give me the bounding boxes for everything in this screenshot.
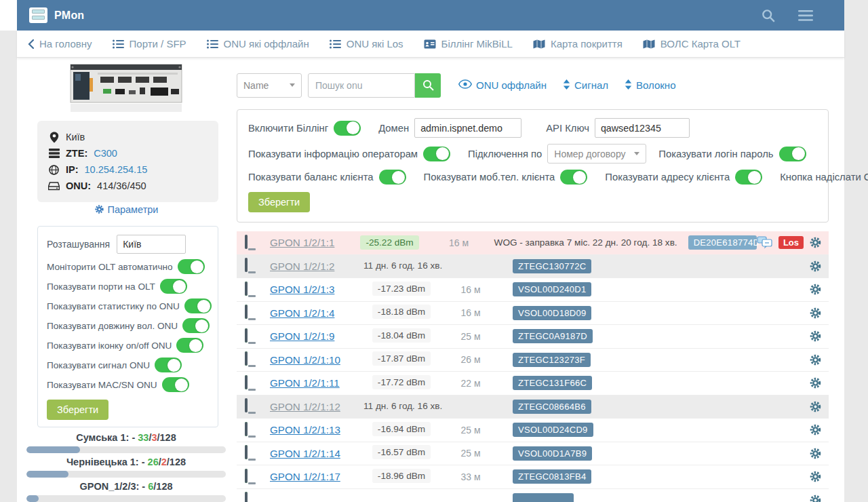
nav-item[interactable]: ONU які Los: [330, 38, 403, 50]
params-link[interactable]: Параметри: [17, 204, 235, 215]
onu-signal: -17.72 dBm: [363, 376, 439, 389]
onu-offline-duration: 11 дн. 6 год. 16 хв.: [363, 399, 502, 414]
row-settings-gear-icon[interactable]: [809, 236, 822, 249]
onu-sn-badge: [513, 493, 574, 502]
onu-port-link[interactable]: GPON 1/2/1:4: [270, 307, 363, 319]
row-settings-gear-icon[interactable]: [809, 400, 822, 413]
location-field-label: Розташування: [47, 239, 110, 250]
globe-icon: [48, 165, 60, 175]
login-pass-toggle[interactable]: [779, 147, 806, 161]
sidebar-save-button[interactable]: Зберегти: [47, 400, 108, 420]
olt-model-link[interactable]: C300: [94, 148, 117, 159]
row-settings-gear-icon[interactable]: [809, 423, 822, 436]
client-phone-toggle[interactable]: [560, 170, 587, 185]
onu-table-row: GPON 1/2/1:10 -17.87 dBm 26 м ZTEGC12327…: [237, 349, 829, 372]
filter-label: Сигнал: [574, 79, 608, 91]
onu-table-row: GPON 1/2/1:4 -18.18 dBm 16 м VSOL00D18D0…: [237, 302, 829, 326]
onu-port-link[interactable]: GPON 1/2/1:17: [270, 471, 363, 482]
toggle-switch[interactable]: [178, 259, 205, 274]
toggle-switch[interactable]: [155, 358, 182, 372]
nav-item-icon: [330, 39, 341, 49]
onu-port-link[interactable]: GPON 1/2/1:14: [270, 448, 363, 459]
settings-toggle-row: Показувати сигнал ONU: [47, 358, 209, 372]
onu-port-link[interactable]: GPON 1/2/1:11: [270, 377, 363, 389]
toggle-switch[interactable]: [184, 298, 212, 313]
onu-client-info: WOG - заправка 7 міс. 22 дн. 20 год. 18 …: [494, 237, 677, 248]
nav-item[interactable]: Карта покриття: [533, 38, 623, 50]
olt-location: Київ: [66, 132, 85, 142]
olt-model-row: ZTE: C300: [48, 145, 208, 161]
nav-item[interactable]: ВОЛС Карта OLT: [643, 38, 741, 50]
header-search-icon[interactable]: [762, 9, 775, 22]
hamburger-menu-icon[interactable]: [798, 10, 813, 21]
search-type-select[interactable]: Name: [237, 73, 302, 98]
nav-item[interactable]: ONU які оффлайн: [207, 38, 309, 50]
onu-table-row: [237, 489, 829, 502]
search-input[interactable]: [308, 73, 415, 98]
client-address-toggle[interactable]: [735, 170, 762, 185]
row-settings-gear-icon[interactable]: [809, 307, 822, 320]
onu-port-link[interactable]: GPON 1/2/1:10: [270, 354, 363, 366]
olt-device-image: [17, 62, 235, 121]
filter-link[interactable]: ONU оффлайн: [458, 79, 547, 91]
billing-enable-toggle[interactable]: [334, 121, 361, 136]
row-settings-gear-icon[interactable]: [809, 330, 822, 343]
server-icon: [48, 149, 60, 158]
olt-model-label: ZTE:: [66, 148, 87, 159]
row-settings-gear-icon[interactable]: [809, 470, 822, 483]
row-settings-gear-icon[interactable]: [809, 447, 822, 460]
onu-fiber-length: 16 м: [428, 235, 490, 250]
port-stat-item: Чернівецька 1: - 26/2/128: [26, 456, 226, 478]
client-balance-toggle[interactable]: [379, 170, 406, 185]
chat-icon[interactable]: [757, 236, 773, 249]
onu-status-monitor-icon: [245, 376, 261, 390]
settings-toggle-row: Моніторити OLT автоматично: [47, 259, 209, 274]
row-settings-gear-icon[interactable]: [809, 376, 822, 389]
toggle-switch[interactable]: [176, 338, 203, 353]
toggle-label: Показувати іконку on/off ONU: [47, 341, 172, 351]
nav-item[interactable]: На головну: [28, 38, 92, 50]
domain-input[interactable]: [414, 118, 521, 138]
api-key-input[interactable]: [595, 118, 690, 138]
filter-link[interactable]: Волокно: [625, 79, 675, 92]
onu-signal: -18.18 dBm: [363, 305, 439, 319]
toggle-switch[interactable]: [160, 279, 187, 294]
nav-item[interactable]: Порти / SFP: [113, 38, 186, 50]
onu-port-link[interactable]: GPON 1/2/1:2: [270, 260, 363, 272]
onu-port-link[interactable]: GPON 1/2/1:12: [270, 401, 363, 412]
nav-item[interactable]: Біллінг MikBiLL: [424, 38, 513, 50]
port-stat-bar: [26, 495, 226, 502]
nav-item-icon: [643, 39, 655, 49]
row-settings-gear-icon[interactable]: [809, 260, 822, 273]
nav-menu: На головну Порти / SFP ONU які оффлайн O…: [17, 31, 844, 58]
connection-type-select[interactable]: Номер договору: [547, 144, 646, 163]
onu-signal: -25.22 dBm: [352, 235, 428, 250]
onu-status-monitor-icon: [245, 236, 261, 250]
nav-item-label: ONU які оффлайн: [224, 38, 309, 50]
row-settings-gear-icon[interactable]: [809, 494, 822, 502]
toggle-switch[interactable]: [182, 318, 210, 333]
toggle-switch[interactable]: [162, 377, 189, 392]
onu-port-link[interactable]: GPON 1/2/1:1: [270, 237, 352, 248]
port-stat-item: GPON_1/2/3: - 6/128: [26, 480, 226, 502]
port-stat-bar: [26, 471, 226, 478]
row-settings-gear-icon[interactable]: [809, 283, 822, 296]
operators-info-toggle[interactable]: [423, 147, 450, 161]
search-button[interactable]: [415, 73, 441, 98]
port-stats: Сумська 1: - 33/3/128 Чернівецька 1: - 2…: [26, 429, 226, 502]
row-settings-gear-icon[interactable]: [809, 353, 822, 366]
onu-status-monitor-icon: [245, 423, 261, 437]
olt-info-box: Київ ZTE: C300 IP: 10.254.254.15 ONU: 41…: [37, 121, 218, 202]
nav-item-label: На головну: [39, 38, 92, 50]
location-input[interactable]: [117, 235, 186, 254]
billing-save-button[interactable]: Зберегти: [248, 192, 310, 212]
onu-port-link[interactable]: GPON 1/2/1:9: [270, 330, 363, 342]
client-address-label: Показувати адресу клієнта: [605, 172, 730, 182]
filter-link[interactable]: Сигнал: [563, 79, 608, 92]
onu-port-link[interactable]: GPON 1/2/1:3: [270, 284, 363, 295]
olt-ip-link[interactable]: 10.254.254.15: [85, 164, 148, 175]
onu-table: GPON 1/2/1:1 -25.22 dBm 16 м WOG - запра…: [237, 231, 829, 502]
onu-port-link[interactable]: GPON 1/2/1:13: [270, 424, 363, 436]
nav-item-icon: [533, 39, 545, 49]
search-type-value: Name: [243, 80, 269, 91]
